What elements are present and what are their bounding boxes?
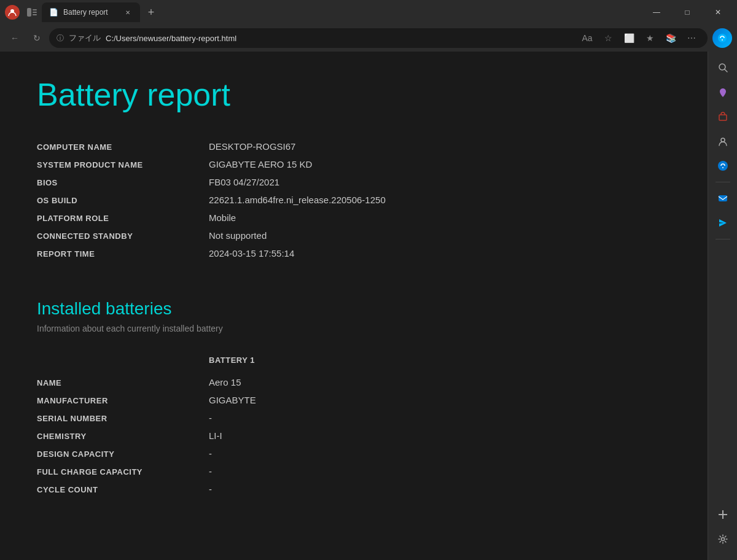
- svg-line-7: [725, 69, 727, 72]
- svg-point-11: [722, 167, 723, 168]
- tabs-area: 📄 Battery report ✕ +: [42, 2, 642, 22]
- info-label: BIOS: [37, 178, 209, 187]
- battery-row-value: -: [209, 413, 212, 423]
- battery-table: BATTERY 1 NAME Aero 15 MANUFACTURER GIGA…: [37, 352, 671, 498]
- report-title: Battery report: [37, 76, 671, 113]
- close-button[interactable]: ✕: [704, 2, 732, 22]
- sidebar-divider-2: [716, 239, 730, 239]
- installed-batteries-desc: Information about each currently install…: [37, 324, 671, 333]
- battery-row-value: Aero 15: [209, 377, 241, 387]
- url-bar[interactable]: ⓘ ファイル C:/Users/newuser/battery-report.h…: [49, 28, 708, 48]
- info-label: PLATFORM ROLE: [37, 214, 209, 223]
- url-text: C:/Users/newuser/battery-report.html: [106, 34, 236, 43]
- system-info-row: OS BUILD 22621.1.amd64fre.ni_release.220…: [37, 191, 671, 209]
- person-sidebar-icon[interactable]: [712, 130, 734, 152]
- battery-row-value: -: [209, 448, 212, 459]
- address-bar: ← ↻ ⓘ ファイル C:/Users/newuser/battery-repo…: [0, 25, 737, 52]
- battery-info-row: FULL CHARGE CAPACITY -: [37, 462, 671, 480]
- system-info-row: REPORT TIME 2024-03-15 17:55:14: [37, 244, 671, 262]
- battery-row-label: CYCLE COUNT: [37, 485, 209, 494]
- system-info-row: PLATFORM ROLE Mobile: [37, 209, 671, 227]
- info-value: GIGABYTE AERO 15 KD: [209, 159, 312, 169]
- new-tab-button[interactable]: +: [142, 4, 160, 21]
- battery-info-row: CHEMISTRY LI-I: [37, 427, 671, 445]
- split-view-icon[interactable]: ⬜: [620, 29, 638, 47]
- info-label: COMPUTER NAME: [37, 142, 209, 152]
- window-controls: — □ ✕: [642, 2, 732, 22]
- tab-page-icon: 📄: [49, 8, 58, 17]
- installed-batteries-section: Installed batteries Information about ea…: [37, 299, 671, 498]
- info-value: 2024-03-15 17:55:14: [209, 248, 294, 259]
- favorites-sidebar-icon[interactable]: [712, 81, 734, 103]
- info-value: Not supported: [209, 230, 267, 241]
- svg-point-5: [722, 39, 723, 41]
- file-info-icon: ⓘ: [57, 33, 64, 44]
- info-value: DESKTOP-ROGSI67: [209, 141, 295, 152]
- sidebar-toggle[interactable]: [25, 5, 39, 20]
- battery-row-label: SERIAL NUMBER: [37, 414, 209, 423]
- browser-extensions-icon[interactable]: 📚: [662, 29, 679, 47]
- tab-title: Battery report: [63, 8, 108, 17]
- battery-row-value: -: [209, 466, 212, 476]
- send-sidebar-icon[interactable]: [712, 212, 734, 234]
- title-bar-left: [5, 5, 39, 20]
- main-layout: Battery report COMPUTER NAME DESKTOP-ROG…: [0, 52, 737, 560]
- battery-row-label: MANUFACTURER: [37, 396, 209, 405]
- battery-row-label: CHEMISTRY: [37, 432, 209, 441]
- bag-sidebar-icon[interactable]: [712, 106, 734, 128]
- battery-info-row: NAME Aero 15: [37, 373, 671, 391]
- system-info-table: COMPUTER NAME DESKTOP-ROGSI67 SYSTEM PRO…: [37, 138, 671, 262]
- active-tab[interactable]: 📄 Battery report ✕: [42, 2, 140, 22]
- favorites-icon[interactable]: ☆: [599, 29, 617, 47]
- battery-info-row: SERIAL NUMBER -: [37, 409, 671, 427]
- tab-close-button[interactable]: ✕: [123, 7, 133, 17]
- svg-rect-3: [33, 12, 37, 13]
- svg-rect-4: [33, 14, 37, 15]
- battery-row-label: DESIGN CAPACITY: [37, 449, 209, 459]
- avatar-icon[interactable]: [5, 5, 20, 20]
- minimize-button[interactable]: —: [642, 2, 671, 22]
- settings-sidebar-icon[interactable]: [712, 528, 734, 550]
- svg-rect-12: [719, 195, 727, 201]
- file-label: ファイル: [69, 33, 101, 44]
- info-label: CONNECTED STANDBY: [37, 231, 209, 241]
- outlook-sidebar-icon[interactable]: [712, 187, 734, 209]
- info-label: SYSTEM PRODUCT NAME: [37, 160, 209, 169]
- copilot-sidebar-icon[interactable]: [712, 155, 734, 177]
- battery-info-row: CYCLE COUNT -: [37, 480, 671, 498]
- info-label: OS BUILD: [37, 196, 209, 205]
- read-aloud-icon[interactable]: Aa: [579, 29, 596, 47]
- svg-rect-8: [719, 115, 727, 120]
- browser-chrome: 📄 Battery report ✕ + — □ ✕ ← ↻ ⓘ ファイル C:…: [0, 0, 737, 52]
- more-options-icon[interactable]: ⋯: [683, 29, 700, 47]
- system-info-row: BIOS FB03 04/27/2021: [37, 173, 671, 191]
- back-button[interactable]: ←: [5, 28, 25, 48]
- system-info-row: SYSTEM PRODUCT NAME GIGABYTE AERO 15 KD: [37, 155, 671, 173]
- search-icon[interactable]: [712, 56, 734, 79]
- sidebar-divider-1: [716, 182, 730, 182]
- battery-row-value: -: [209, 484, 212, 494]
- title-bar: 📄 Battery report ✕ + — □ ✕: [0, 0, 737, 25]
- system-info-row: CONNECTED STANDBY Not supported: [37, 227, 671, 244]
- collections-icon[interactable]: ★: [641, 29, 658, 47]
- battery-col-value: BATTERY 1: [209, 356, 255, 365]
- system-info-row: COMPUTER NAME DESKTOP-ROGSI67: [37, 138, 671, 155]
- content-area: Battery report COMPUTER NAME DESKTOP-ROG…: [0, 52, 708, 560]
- svg-rect-2: [33, 9, 37, 10]
- battery-info-row: DESIGN CAPACITY -: [37, 445, 671, 462]
- right-sidebar: [708, 52, 737, 560]
- info-value: 22621.1.amd64fre.ni_release.220506-1250: [209, 195, 386, 205]
- add-sidebar-icon[interactable]: [712, 504, 734, 526]
- svg-rect-1: [27, 8, 31, 17]
- svg-point-15: [721, 538, 724, 541]
- maximize-button[interactable]: □: [673, 2, 701, 22]
- svg-point-10: [718, 161, 728, 171]
- battery-info-row: MANUFACTURER GIGABYTE: [37, 391, 671, 409]
- refresh-button[interactable]: ↻: [27, 28, 47, 48]
- battery-row-value: LI-I: [209, 430, 222, 441]
- info-value: FB03 04/27/2021: [209, 177, 279, 187]
- edge-copilot-icon[interactable]: [712, 28, 732, 48]
- battery-row-label: FULL CHARGE CAPACITY: [37, 467, 209, 476]
- installed-batteries-title: Installed batteries: [37, 299, 671, 319]
- info-label: REPORT TIME: [37, 249, 209, 259]
